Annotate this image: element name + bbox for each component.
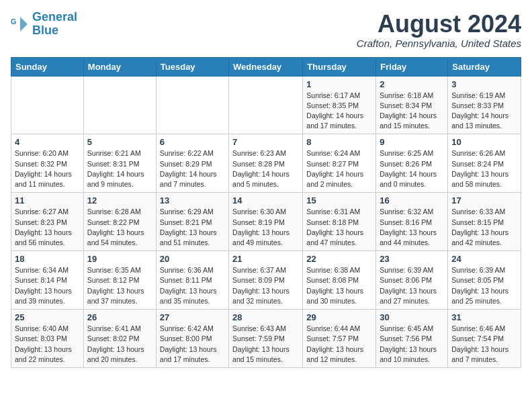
day-info: Sunrise: 6:17 AMSunset: 8:35 PMDaylight:… <box>306 91 372 132</box>
day-number: 17 <box>451 195 517 205</box>
day-number: 27 <box>160 312 225 322</box>
day-number: 8 <box>306 137 372 147</box>
day-number: 3 <box>451 79 517 89</box>
calendar-cell: 2Sunrise: 6:18 AMSunset: 8:34 PMDaylight… <box>376 76 448 134</box>
calendar-week-1: 1Sunrise: 6:17 AMSunset: 8:35 PMDaylight… <box>11 76 521 134</box>
day-info: Sunrise: 6:46 AMSunset: 7:54 PMDaylight:… <box>451 324 517 365</box>
day-number: 12 <box>87 195 152 205</box>
day-info: Sunrise: 6:30 AMSunset: 8:19 PMDaylight:… <box>232 207 299 248</box>
calendar-week-5: 25Sunrise: 6:40 AMSunset: 8:03 PMDayligh… <box>11 310 521 368</box>
calendar-cell: 20Sunrise: 6:36 AMSunset: 8:11 PMDayligh… <box>156 251 228 310</box>
day-info: Sunrise: 6:25 AMSunset: 8:26 PMDaylight:… <box>380 148 444 189</box>
calendar-cell: 9Sunrise: 6:25 AMSunset: 8:26 PMDaylight… <box>376 134 448 193</box>
day-number: 20 <box>160 254 225 264</box>
calendar-week-2: 4Sunrise: 6:20 AMSunset: 8:32 PMDaylight… <box>11 134 521 193</box>
calendar-cell <box>11 76 84 134</box>
calendar-cell: 29Sunrise: 6:44 AMSunset: 7:57 PMDayligh… <box>303 310 376 368</box>
day-info: Sunrise: 6:29 AMSunset: 8:21 PMDaylight:… <box>160 207 225 248</box>
day-number: 11 <box>15 195 80 205</box>
day-info: Sunrise: 6:23 AMSunset: 8:28 PMDaylight:… <box>232 148 299 189</box>
logo: G General Blue <box>11 11 77 38</box>
day-info: Sunrise: 6:35 AMSunset: 8:12 PMDaylight:… <box>87 265 152 306</box>
calendar-cell: 22Sunrise: 6:38 AMSunset: 8:08 PMDayligh… <box>303 251 376 310</box>
day-info: Sunrise: 6:39 AMSunset: 8:06 PMDaylight:… <box>380 265 444 306</box>
day-number: 16 <box>380 195 444 205</box>
day-number: 4 <box>15 137 80 147</box>
calendar-cell: 23Sunrise: 6:39 AMSunset: 8:06 PMDayligh… <box>376 251 448 310</box>
calendar-week-4: 18Sunrise: 6:34 AMSunset: 8:14 PMDayligh… <box>11 251 521 310</box>
day-info: Sunrise: 6:24 AMSunset: 8:27 PMDaylight:… <box>306 148 372 189</box>
day-number: 21 <box>232 254 299 264</box>
logo-line2: Blue <box>32 24 58 37</box>
day-info: Sunrise: 6:41 AMSunset: 8:02 PMDaylight:… <box>87 324 152 365</box>
day-number: 2 <box>380 79 444 89</box>
weekday-header-thursday: Thursday <box>303 57 376 76</box>
day-info: Sunrise: 6:31 AMSunset: 8:18 PMDaylight:… <box>306 207 372 248</box>
calendar-cell <box>229 76 303 134</box>
day-number: 9 <box>380 137 444 147</box>
calendar-cell: 28Sunrise: 6:43 AMSunset: 7:59 PMDayligh… <box>229 310 303 368</box>
day-info: Sunrise: 6:45 AMSunset: 7:56 PMDaylight:… <box>380 324 444 365</box>
day-info: Sunrise: 6:37 AMSunset: 8:09 PMDaylight:… <box>232 265 299 306</box>
calendar-cell: 24Sunrise: 6:39 AMSunset: 8:05 PMDayligh… <box>448 251 521 310</box>
logo-icon: G <box>11 15 30 34</box>
day-info: Sunrise: 6:40 AMSunset: 8:03 PMDaylight:… <box>15 324 80 365</box>
day-info: Sunrise: 6:33 AMSunset: 8:15 PMDaylight:… <box>451 207 517 248</box>
day-number: 1 <box>306 79 372 89</box>
day-number: 19 <box>87 254 152 264</box>
weekday-header-sunday: Sunday <box>11 57 84 76</box>
calendar-cell: 12Sunrise: 6:28 AMSunset: 8:22 PMDayligh… <box>83 193 156 251</box>
day-info: Sunrise: 6:18 AMSunset: 8:34 PMDaylight:… <box>380 91 444 132</box>
calendar-cell: 25Sunrise: 6:40 AMSunset: 8:03 PMDayligh… <box>11 310 84 368</box>
calendar-cell: 18Sunrise: 6:34 AMSunset: 8:14 PMDayligh… <box>11 251 84 310</box>
day-number: 18 <box>15 254 80 264</box>
day-info: Sunrise: 6:26 AMSunset: 8:24 PMDaylight:… <box>451 148 517 189</box>
svg-marker-1 <box>20 17 28 32</box>
day-number: 30 <box>380 312 444 322</box>
day-info: Sunrise: 6:44 AMSunset: 7:57 PMDaylight:… <box>306 324 372 365</box>
day-info: Sunrise: 6:27 AMSunset: 8:23 PMDaylight:… <box>15 207 80 248</box>
day-number: 5 <box>87 137 152 147</box>
day-info: Sunrise: 6:34 AMSunset: 8:14 PMDaylight:… <box>15 265 80 306</box>
calendar-cell: 15Sunrise: 6:31 AMSunset: 8:18 PMDayligh… <box>303 193 376 251</box>
weekday-header-friday: Friday <box>376 57 448 76</box>
day-number: 22 <box>306 254 372 264</box>
calendar-cell: 8Sunrise: 6:24 AMSunset: 8:27 PMDaylight… <box>303 134 376 193</box>
day-info: Sunrise: 6:42 AMSunset: 8:00 PMDaylight:… <box>160 324 225 365</box>
day-number: 28 <box>232 312 299 322</box>
calendar-subtitle: Crafton, Pennsylvania, United States <box>357 38 521 49</box>
calendar-cell: 6Sunrise: 6:22 AMSunset: 8:29 PMDaylight… <box>156 134 228 193</box>
weekday-header-row: SundayMondayTuesdayWednesdayThursdayFrid… <box>11 57 521 76</box>
day-info: Sunrise: 6:32 AMSunset: 8:16 PMDaylight:… <box>380 207 444 248</box>
calendar-cell: 3Sunrise: 6:19 AMSunset: 8:33 PMDaylight… <box>448 76 521 134</box>
weekday-header-monday: Monday <box>83 57 156 76</box>
calendar-cell: 16Sunrise: 6:32 AMSunset: 8:16 PMDayligh… <box>376 193 448 251</box>
day-number: 14 <box>232 195 299 205</box>
day-number: 15 <box>306 195 372 205</box>
day-info: Sunrise: 6:19 AMSunset: 8:33 PMDaylight:… <box>451 91 517 132</box>
weekday-header-saturday: Saturday <box>448 57 521 76</box>
page-header: G General Blue August 2024 Crafton, Penn… <box>11 11 521 49</box>
day-number: 24 <box>451 254 517 264</box>
day-info: Sunrise: 6:36 AMSunset: 8:11 PMDaylight:… <box>160 265 225 306</box>
calendar-cell: 30Sunrise: 6:45 AMSunset: 7:56 PMDayligh… <box>376 310 448 368</box>
calendar-cell: 7Sunrise: 6:23 AMSunset: 8:28 PMDaylight… <box>229 134 303 193</box>
calendar-cell: 11Sunrise: 6:27 AMSunset: 8:23 PMDayligh… <box>11 193 84 251</box>
calendar-cell: 1Sunrise: 6:17 AMSunset: 8:35 PMDaylight… <box>303 76 376 134</box>
day-info: Sunrise: 6:21 AMSunset: 8:31 PMDaylight:… <box>87 148 152 189</box>
day-info: Sunrise: 6:20 AMSunset: 8:32 PMDaylight:… <box>15 148 80 189</box>
day-number: 26 <box>87 312 152 322</box>
weekday-header-wednesday: Wednesday <box>229 57 303 76</box>
day-number: 7 <box>232 137 299 147</box>
day-info: Sunrise: 6:28 AMSunset: 8:22 PMDaylight:… <box>87 207 152 248</box>
calendar-cell: 31Sunrise: 6:46 AMSunset: 7:54 PMDayligh… <box>448 310 521 368</box>
calendar-cell <box>83 76 156 134</box>
day-info: Sunrise: 6:39 AMSunset: 8:05 PMDaylight:… <box>451 265 517 306</box>
calendar-cell: 19Sunrise: 6:35 AMSunset: 8:12 PMDayligh… <box>83 251 156 310</box>
day-number: 6 <box>160 137 225 147</box>
calendar-cell: 14Sunrise: 6:30 AMSunset: 8:19 PMDayligh… <box>229 193 303 251</box>
calendar-cell: 13Sunrise: 6:29 AMSunset: 8:21 PMDayligh… <box>156 193 228 251</box>
calendar-cell: 4Sunrise: 6:20 AMSunset: 8:32 PMDaylight… <box>11 134 84 193</box>
calendar-cell: 17Sunrise: 6:33 AMSunset: 8:15 PMDayligh… <box>448 193 521 251</box>
svg-text:G: G <box>11 17 16 26</box>
